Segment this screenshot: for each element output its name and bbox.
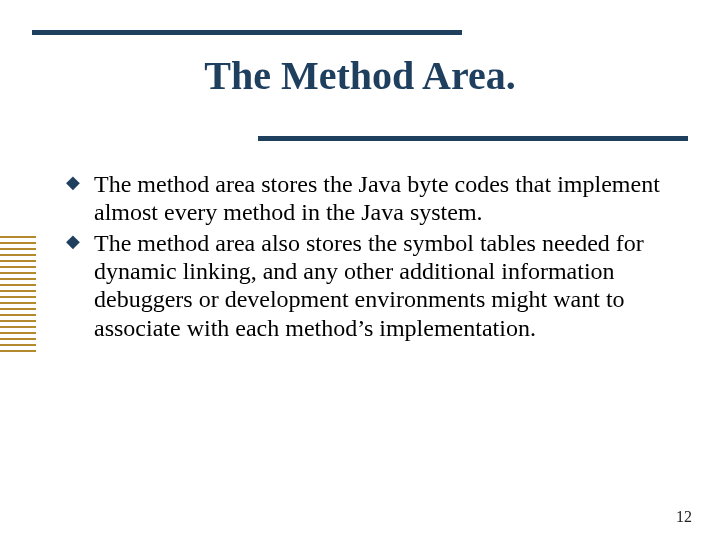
bullet-text: The method area stores the Java byte cod… <box>94 171 660 225</box>
bullet-text: The method area also stores the symbol t… <box>94 230 644 341</box>
list-item: ◆ The method area also stores the symbol… <box>66 229 660 342</box>
slide: The Method Area. ◆ The method area store… <box>0 0 720 540</box>
page-number: 12 <box>676 508 692 526</box>
title-underline <box>258 136 688 141</box>
slide-title: The Method Area. <box>0 52 720 99</box>
side-stripes <box>0 236 36 352</box>
top-rule <box>32 30 462 35</box>
bullet-icon: ◆ <box>66 231 80 252</box>
body-text: ◆ The method area stores the Java byte c… <box>66 170 660 344</box>
bullet-icon: ◆ <box>66 172 80 193</box>
list-item: ◆ The method area stores the Java byte c… <box>66 170 660 227</box>
